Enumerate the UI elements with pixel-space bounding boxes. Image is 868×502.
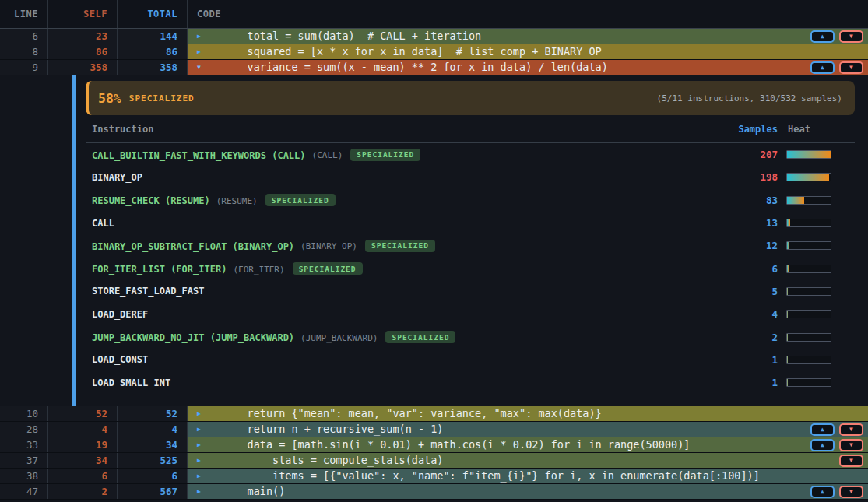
heat-bar xyxy=(786,287,855,296)
samples-value: 1 xyxy=(700,377,778,388)
code-line-row[interactable]: 2844▶ return n + recursive_sum(n - 1)▲▼ xyxy=(0,422,868,437)
instruction-column-header: Instruction xyxy=(92,124,700,135)
heat-bar-fill xyxy=(787,288,788,295)
jump-up-button[interactable]: ▲ xyxy=(810,61,835,74)
self-samples-cell: 86 xyxy=(48,44,118,59)
instruction-row: LOAD_CONST1 xyxy=(86,349,855,371)
summary-counts: (5/11 instructions, 310/532 samples) xyxy=(657,93,842,104)
jump-down-button[interactable]: ▼ xyxy=(839,455,863,467)
jump-up-button[interactable]: ▲ xyxy=(810,486,835,498)
code-cell[interactable]: ▶ squared = [x * x for x in data] # list… xyxy=(188,44,868,59)
row-nav-buttons: ▲▼ xyxy=(810,439,868,451)
instruction-row: BINARY_OP198 xyxy=(86,166,855,188)
code-text: stats = compute_stats(data) xyxy=(222,453,443,468)
self-samples-cell: 23 xyxy=(48,29,118,44)
expand-arrow-icon[interactable]: ▶ xyxy=(197,453,205,468)
heat-bar xyxy=(786,219,855,227)
line-number-cell: 47 xyxy=(0,484,48,499)
code-text: return {"mean": mean, "var": variance, "… xyxy=(222,406,602,421)
instruction-row: RESUME_CHECK (RESUME)(RESUME)SPECIALIZED… xyxy=(86,189,855,212)
instruction-row: CALL13 xyxy=(86,212,855,234)
expand-arrow-icon[interactable]: ▶ xyxy=(197,29,205,44)
expand-arrow-icon[interactable]: ▶ xyxy=(197,469,205,483)
line-number-cell: 9 xyxy=(0,60,48,75)
code-line-row[interactable]: 105252▶ return {"mean": mean, "var": var… xyxy=(0,406,868,422)
code-line-row[interactable]: 88686▶ squared = [x * x for x in data] #… xyxy=(0,44,868,60)
code-line-row[interactable]: 3734525▶ stats = compute_stats(data)▼ xyxy=(0,453,868,469)
heat-bar-track xyxy=(786,150,831,159)
heat-bar-track xyxy=(786,173,831,181)
code-line-row[interactable]: 9358358▼ variance = sum((x - mean) ** 2 … xyxy=(0,60,868,75)
instruction-name: LOAD_CONST xyxy=(92,354,700,365)
total-samples-cell: 358 xyxy=(118,60,188,75)
samples-value: 1 xyxy=(700,354,778,366)
code-text: data = [math.sin(i * 0.01) + math.cos(i … xyxy=(222,437,690,452)
line-number-cell: 37 xyxy=(0,453,48,468)
instruction-name: STORE_FAST_LOAD_FAST xyxy=(92,286,700,297)
code-text: variance = sum((x - mean) ** 2 for x in … xyxy=(222,60,608,75)
code-cell[interactable]: ▼ variance = sum((x - mean) ** 2 for x i… xyxy=(188,60,868,75)
expand-arrow-icon[interactable]: ▶ xyxy=(197,437,205,452)
instruction-name: LOAD_SMALL_INT xyxy=(92,377,700,388)
code-cell[interactable]: ▶ stats = compute_stats(data)▼ xyxy=(188,453,868,468)
line-number-cell: 6 xyxy=(0,29,48,44)
jump-up-button[interactable]: ▲ xyxy=(810,423,835,436)
heat-bar-track xyxy=(786,356,831,364)
code-line-row[interactable]: 472567▶ main()▲▼ xyxy=(0,484,868,500)
row-nav-buttons: ▲▼ xyxy=(810,61,868,74)
instruction-row: BINARY_OP_SUBTRACT_FLOAT (BINARY_OP)(BIN… xyxy=(86,234,855,257)
code-cell[interactable]: ▶ data = [math.sin(i * 0.01) + math.cos(… xyxy=(188,437,868,452)
instruction-table-header: Instruction Samples Heat xyxy=(86,115,855,143)
jump-up-button[interactable]: ▲ xyxy=(810,30,835,43)
column-header-self[interactable]: SELF xyxy=(48,0,118,28)
specialized-percent: 58% xyxy=(98,91,121,106)
collapse-arrow-icon[interactable]: ▼ xyxy=(197,60,205,75)
code-cell[interactable]: ▶ return n + recursive_sum(n - 1)▲▼ xyxy=(188,422,868,437)
jump-down-button[interactable]: ▼ xyxy=(839,30,863,43)
heat-bar xyxy=(786,333,855,342)
code-line-row[interactable]: 331934▶ data = [math.sin(i * 0.01) + mat… xyxy=(0,437,868,453)
self-samples-cell: 52 xyxy=(48,406,118,421)
specialized-badge: SPECIALIZED xyxy=(385,331,455,343)
jump-down-button[interactable]: ▼ xyxy=(839,423,863,436)
expand-arrow-icon[interactable]: ▶ xyxy=(197,44,205,59)
total-samples-cell: 6 xyxy=(118,469,188,483)
jump-up-button[interactable]: ▲ xyxy=(810,439,835,451)
self-samples-cell: 34 xyxy=(48,453,118,468)
code-cell[interactable]: ▶ items = [{"value": x, "name": f"item_{… xyxy=(188,469,868,483)
samples-value: 6 xyxy=(700,263,778,275)
code-cell[interactable]: ▶ main()▲▼ xyxy=(188,484,868,499)
column-header-code[interactable]: CODE xyxy=(188,0,868,28)
code-cell[interactable]: ▶ total = sum(data) # CALL + iteration▲▼ xyxy=(188,29,868,44)
heat-bar-fill xyxy=(787,356,788,363)
specialized-badge: SPECIALIZED xyxy=(265,194,336,206)
samples-value: 207 xyxy=(700,149,778,160)
instruction-name: LOAD_DEREF xyxy=(92,309,700,320)
instruction-row: STORE_FAST_LOAD_FAST5 xyxy=(86,280,855,303)
expand-arrow-icon[interactable]: ▶ xyxy=(197,406,205,421)
heat-bar-track xyxy=(786,265,831,273)
jump-down-button[interactable]: ▼ xyxy=(839,486,863,498)
row-nav-buttons: ▲▼ xyxy=(810,423,868,436)
total-samples-cell: 52 xyxy=(118,406,188,421)
heat-bar-track xyxy=(786,196,831,205)
code-cell[interactable]: ▶ return {"mean": mean, "var": variance,… xyxy=(188,406,868,421)
expanded-line-indicator xyxy=(72,75,76,406)
code-line-row[interactable]: 623144▶ total = sum(data) # CALL + itera… xyxy=(0,29,868,44)
heat-bar-fill xyxy=(787,334,788,341)
column-header-total[interactable]: TOTAL xyxy=(118,0,188,28)
code-line-row[interactable]: 3866▶ items = [{"value": x, "name": f"it… xyxy=(0,469,868,484)
heat-bar-track xyxy=(786,378,831,387)
column-header-line[interactable]: LINE xyxy=(0,0,48,28)
instruction-row: LOAD_SMALL_INT1 xyxy=(86,371,855,394)
heat-bar xyxy=(786,150,855,159)
heat-bar xyxy=(786,196,855,205)
top-code-rows: 623144▶ total = sum(data) # CALL + itera… xyxy=(0,29,868,75)
jump-down-button[interactable]: ▼ xyxy=(839,439,863,451)
expand-arrow-icon[interactable]: ▶ xyxy=(197,484,205,499)
jump-down-button[interactable]: ▼ xyxy=(839,61,863,74)
line-detail-panel: 58% SPECIALIZED (5/11 instructions, 310/… xyxy=(0,75,868,406)
instruction-row: JUMP_BACKWARD_NO_JIT (JUMP_BACKWARD)(JUM… xyxy=(86,325,855,348)
heat-bar-fill xyxy=(787,197,804,204)
expand-arrow-icon[interactable]: ▶ xyxy=(197,422,205,437)
